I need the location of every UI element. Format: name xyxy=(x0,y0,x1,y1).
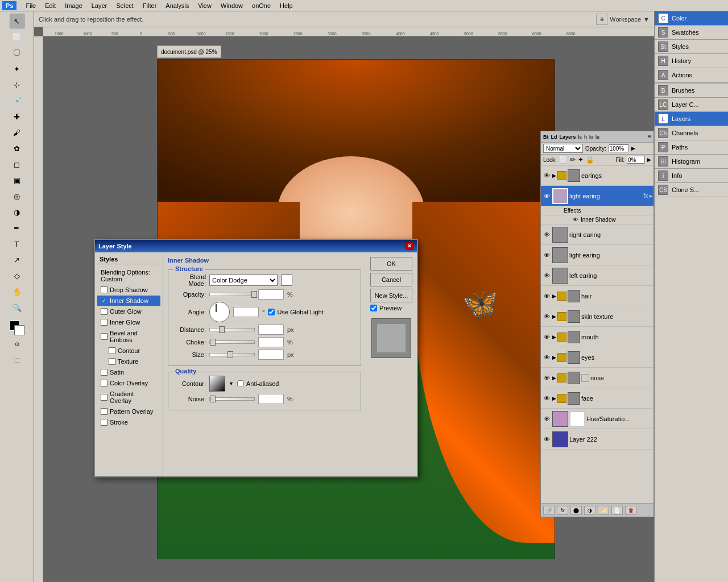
layers-panel-tab-ls[interactable]: ls xyxy=(578,134,582,140)
opacity-slider-thumb[interactable] xyxy=(251,291,257,298)
inner-glow-checkbox[interactable] xyxy=(101,319,107,326)
layer-link-btn[interactable]: 🔗 xyxy=(543,506,555,515)
menu-window[interactable]: Window xyxy=(216,2,247,9)
layer-arrow-mouth[interactable]: ▶ xyxy=(552,334,556,340)
layer-item-hue-sat[interactable]: 👁 Hue/Saturatio... xyxy=(541,409,653,429)
layers-panel-tab-layers[interactable]: Layers xyxy=(560,134,576,140)
foreground-background-color[interactable] xyxy=(10,321,24,335)
workspace-icon[interactable]: 🖥 xyxy=(596,14,607,25)
path-select-tool[interactable]: ↗ xyxy=(10,252,24,267)
layer-item-left-earing[interactable]: 👁 left earing xyxy=(541,265,653,286)
menu-onone[interactable]: onOne xyxy=(247,2,275,9)
layer-new-btn[interactable]: 📄 xyxy=(611,506,623,515)
texture-checkbox[interactable] xyxy=(109,358,115,365)
layer-eye-earings[interactable]: 👁 xyxy=(542,171,551,180)
layer-arrow-earings[interactable]: ▶ xyxy=(552,173,556,178)
style-drop-shadow[interactable]: Drop Shadow xyxy=(97,285,160,295)
marquee-tool[interactable]: ⬜ xyxy=(10,30,24,44)
layers-panel-tab-lo[interactable]: lo xyxy=(589,134,593,140)
noise-slider-thumb[interactable] xyxy=(210,396,216,402)
layers-panel-tab-h[interactable]: h xyxy=(584,134,587,140)
layer-eye-hue-sat[interactable]: 👁 xyxy=(542,414,551,423)
zoom-tool[interactable]: 🔍 xyxy=(10,300,24,315)
layer-group-btn[interactable]: 📁 xyxy=(598,506,609,515)
layer-item-right-earing[interactable]: 👁 right earing xyxy=(541,225,653,245)
opacity-input[interactable] xyxy=(609,144,629,152)
layer-eye-mouth[interactable]: 👁 xyxy=(542,332,551,342)
outer-glow-checkbox[interactable] xyxy=(101,308,107,315)
dialog-close-btn[interactable]: ✕ xyxy=(406,242,413,250)
preview-checkbox[interactable] xyxy=(370,305,377,311)
layer-item-eyes[interactable]: 👁 ▶ eyes xyxy=(541,347,653,368)
style-stroke[interactable]: Stroke xyxy=(97,417,160,427)
size-slider-thumb[interactable] xyxy=(228,351,233,358)
clone-tool[interactable]: ✿ xyxy=(10,141,24,156)
ok-button[interactable]: OK xyxy=(370,257,412,271)
style-inner-shadow[interactable]: ✓ Inner Shadow xyxy=(97,296,160,306)
contour-preview[interactable] xyxy=(209,376,225,392)
layer-eye-skin-texture[interactable]: 👁 xyxy=(542,312,551,321)
document-tab[interactable]: document.psd @ 25% xyxy=(157,45,221,58)
gradient-tool[interactable]: ▣ xyxy=(10,173,24,188)
magic-wand-tool[interactable]: ✦ xyxy=(10,61,24,76)
size-input[interactable]: 20 xyxy=(258,350,284,360)
contour-dropdown-arrow[interactable]: ▼ xyxy=(229,381,234,386)
style-satin[interactable]: Satin xyxy=(97,367,160,377)
anti-aliased-checkbox[interactable] xyxy=(237,380,244,387)
layer-eye-hair[interactable]: 👁 xyxy=(542,292,551,301)
eraser-tool[interactable]: ◻ xyxy=(10,157,24,172)
layer-fx-btn[interactable]: fx xyxy=(557,506,568,515)
quick-mask-mode[interactable]: ⊙ xyxy=(10,336,24,351)
style-color-overlay[interactable]: Color Overlay xyxy=(97,378,160,388)
screen-mode[interactable]: ⬚ xyxy=(10,352,24,367)
new-style-button[interactable]: New Style... xyxy=(370,289,412,302)
layer-eye-222[interactable]: 👁 xyxy=(542,435,551,444)
layers-panel-tab-le[interactable]: le xyxy=(595,134,599,140)
layer-mask-btn[interactable]: ⬤ xyxy=(570,506,582,515)
channels-panel-tab[interactable]: Ch Channels xyxy=(655,126,728,140)
pattern-overlay-checkbox[interactable] xyxy=(101,408,107,415)
layer-item-light-earing2[interactable]: 👁 light earing xyxy=(541,245,653,265)
style-blending-options[interactable]: Blending Options: Custom xyxy=(97,267,160,284)
menu-image[interactable]: Image xyxy=(60,2,87,9)
style-pattern-overlay[interactable]: Pattern Overlay xyxy=(97,406,160,417)
layer-item-light-earing-main[interactable]: 👁 light earing fx ▸ xyxy=(541,186,653,206)
fill-input[interactable] xyxy=(627,156,645,164)
layer-item-222[interactable]: 👁 Layer 222 xyxy=(541,429,653,450)
layer-arrow-hair[interactable]: ▶ xyxy=(552,293,556,299)
lock-position-btn[interactable]: ✦ xyxy=(578,156,584,164)
clone-source-panel-tab[interactable]: CS Clone S... xyxy=(655,183,728,197)
healing-tool[interactable]: ✚ xyxy=(10,109,24,124)
type-tool[interactable]: T xyxy=(10,236,24,251)
paths-panel-tab[interactable]: P Paths xyxy=(655,140,728,154)
lock-image-btn[interactable]: ✏ xyxy=(570,156,576,164)
info-panel-tab[interactable]: i Info xyxy=(655,169,728,182)
blend-mode-color-swatch[interactable] xyxy=(281,275,292,286)
pen-tool[interactable]: ✒ xyxy=(10,221,24,235)
lock-all-btn[interactable]: 🔒 xyxy=(586,156,594,164)
layer-arrow-face[interactable]: ▶ xyxy=(552,396,556,401)
cancel-button[interactable]: Cancel xyxy=(370,273,412,286)
choke-input[interactable]: 0 xyxy=(258,337,284,347)
layer-item-nose[interactable]: 👁 ▶ nose xyxy=(541,368,653,388)
layer-eye-right-earing[interactable]: 👁 xyxy=(542,230,551,239)
lasso-tool[interactable]: 〇 xyxy=(10,45,24,60)
layer-item-earings[interactable]: 👁 ▶ earings xyxy=(541,165,653,186)
distance-slider-thumb[interactable] xyxy=(219,326,225,333)
workspace-dropdown-arrow[interactable]: ▼ xyxy=(643,16,650,23)
menu-view[interactable]: View xyxy=(193,2,216,9)
layer-arrow-eyes[interactable]: ▶ xyxy=(552,355,556,360)
bevel-emboss-checkbox[interactable] xyxy=(101,333,107,340)
layer-eye-light-earing2[interactable]: 👁 xyxy=(542,251,551,260)
blend-mode-dialog-select[interactable]: Color Dodge xyxy=(209,275,278,286)
stroke-checkbox[interactable] xyxy=(101,419,107,426)
layers-panel-tab-ld[interactable]: Ld xyxy=(551,134,557,140)
contour-checkbox[interactable] xyxy=(109,347,115,354)
menu-layer[interactable]: Layer xyxy=(87,2,112,9)
history-panel-tab[interactable]: H History xyxy=(655,54,728,68)
choke-slider-thumb[interactable] xyxy=(210,339,216,346)
style-gradient-overlay[interactable]: Gradient Overlay xyxy=(97,389,160,406)
layers-panel-tab-bt[interactable]: Bt xyxy=(543,134,549,140)
layer-item-mouth[interactable]: 👁 ▶ mouth xyxy=(541,327,653,347)
style-outer-glow[interactable]: Outer Glow xyxy=(97,306,160,317)
